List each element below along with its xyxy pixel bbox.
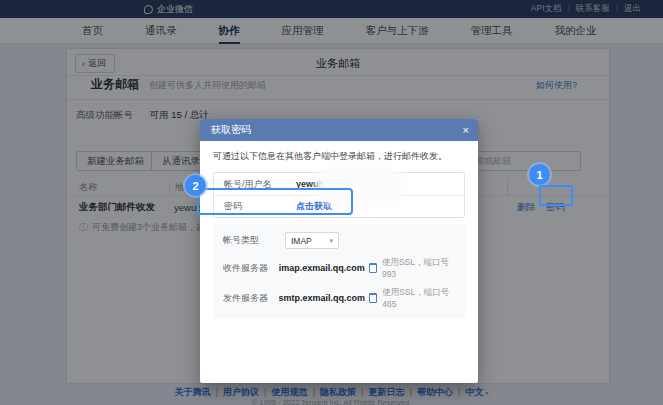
incoming-server-note: 使用SSL，端口号993 — [382, 257, 455, 279]
account-type-value: IMAP — [291, 236, 312, 246]
incoming-server-label: 收件服务器 — [223, 262, 279, 275]
copy-icon[interactable] — [369, 263, 377, 273]
outgoing-server-value: smtp.exmail.qq.com — [279, 293, 366, 303]
incoming-server-value: imap.exmail.qq.com — [279, 263, 365, 273]
chevron-down-icon: ▾ — [329, 237, 333, 245]
annotation-step-2-badge: 2 — [185, 175, 206, 196]
server-settings-panel: 帐号类型 IMAP ▾ 收件服务器 imap.exmail.qq.com 使用S… — [213, 224, 465, 319]
incoming-server-row: 收件服务器 imap.exmail.qq.com 使用SSL，端口号993 — [223, 257, 455, 279]
close-icon[interactable]: × — [463, 119, 469, 141]
modal-intro-text: 可通过以下信息在其他客户端中登录邮箱，进行邮件收发。 — [213, 150, 465, 163]
annotation-step-1-badge: 1 — [529, 164, 550, 185]
modal-header: 获取密码 × — [200, 119, 478, 141]
outgoing-server-label: 发件服务器 — [223, 292, 279, 305]
copy-icon[interactable] — [369, 293, 377, 303]
wework-admin-page: 企业微信 API文档 联系客服 退出 首页 通讯录 协作 应用管理 客户与上下游… — [0, 0, 663, 405]
account-type-select[interactable]: IMAP ▾ — [285, 232, 339, 249]
annotation-step-1-highlight — [539, 185, 573, 206]
modal-title: 获取密码 — [211, 124, 251, 135]
outgoing-server-row: 发件服务器 smtp.exmail.qq.com 使用SSL，端口号465 — [223, 287, 455, 309]
get-password-modal: 获取密码 × 可通过以下信息在其他客户端中登录邮箱，进行邮件收发。 帐号/用户名… — [200, 119, 478, 383]
account-type-label: 帐号类型 — [223, 234, 285, 247]
annotation-step-2-highlight — [197, 188, 353, 215]
outgoing-server-note: 使用SSL，端口号465 — [382, 287, 455, 309]
account-type-row: 帐号类型 IMAP ▾ — [223, 232, 455, 249]
